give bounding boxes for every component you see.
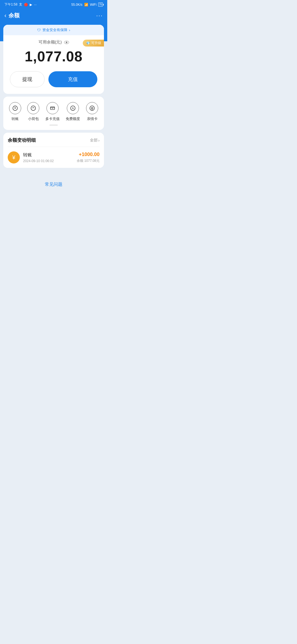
tx-time: 2024-09-10 01:06:02 [23,159,73,163]
more-menu-button[interactable]: ··· [96,12,103,19]
view-all-label: 全部 [90,138,98,143]
withdraw-button[interactable]: 提现 [10,71,45,87]
topup-button[interactable]: 充值 [48,71,97,87]
transaction-section: 余额变动明细 全部 › ¥ 转账 2024-09-10 01:06:02 +10… [3,133,104,168]
app-icon2: ▶ [30,3,32,7]
action-free[interactable]: 免 免费额度 [66,102,80,121]
view-all-arrow: › [98,138,100,143]
family-label: 亲情卡 [87,116,98,121]
tx-icon: ¥ [8,151,20,163]
quick-actions-panel: ¥ 转账 小荷包 ¥ [3,97,104,130]
security-arrow: › [69,28,70,32]
transfer-icon: ¥ [9,102,21,114]
battery-indicator: 76 [98,2,103,7]
upgrade-badge[interactable]: 💎 可升级 [83,40,104,47]
network-speed: 55.0K/s [71,3,82,7]
svg-text:¥: ¥ [52,107,53,109]
alipay-icon: 支 [19,2,22,7]
wallet-icon [27,102,39,114]
wallet-label: 小荷包 [28,116,39,121]
free-icon: 免 [67,102,79,114]
security-banner[interactable]: 🛡 资金安全有保障 › [3,25,104,35]
faq-link[interactable]: 常见问题 [45,182,62,187]
action-wallet[interactable]: 小荷包 [27,102,39,121]
back-arrow-icon: ‹ [4,12,6,19]
upgrade-label: 可升级 [91,41,101,45]
quick-actions-row: ¥ 转账 小荷包 ¥ [6,102,101,121]
svg-point-2 [31,106,36,111]
page-title: 余额 [9,12,20,19]
svg-text:免: 免 [72,107,74,110]
view-all-button[interactable]: 全部 › [90,138,100,143]
status-time: 下午1:58 [4,2,17,7]
wifi-icon: WiFi [90,3,97,7]
footer: 常见问题 [0,171,107,196]
multicard-icon: ¥ [46,102,59,114]
diamond-icon: 💎 [86,41,90,45]
shield-icon: 🛡 [37,28,41,32]
security-text: 资金安全有保障 [42,28,67,32]
family-icon [86,102,98,114]
status-bar: 下午1:58 支 🔴 ▶ ··· 55.0K/s 📶 WiFi 76 [0,0,107,9]
free-label: 免费额度 [66,116,80,121]
transaction-item[interactable]: ¥ 转账 2024-09-10 01:06:02 +1000.00 余额 107… [3,147,104,168]
main-content: 🛡 资金安全有保障 › 💎 可升级 可用余额(元) 1,077.08 提现 充值 [0,25,107,168]
section-title: 余额变动明细 [8,137,36,143]
action-buttons: 提现 充值 [9,71,98,87]
balance-body: 💎 可升级 可用余额(元) 1,077.08 提现 充值 [3,35,104,94]
eye-icon[interactable] [64,41,69,44]
header: ‹ 余额 ··· [0,9,107,25]
signal-icon: 📶 [84,3,88,7]
app-icon1: 🔴 [24,3,28,7]
tx-name: 转账 [23,152,73,158]
balance-card: 🛡 资金安全有保障 › 💎 可升级 可用余额(元) 1,077.08 提现 充值 [3,25,104,94]
tx-balance: 余额 1077.08元 [77,159,100,163]
balance-amount: 1,077.08 [9,48,98,65]
transfer-label: 转账 [12,116,19,121]
multicard-label: 多卡充值 [45,116,60,121]
scroll-dot [50,125,58,125]
svg-text:¥: ¥ [14,107,16,110]
more-dots: ··· [34,3,37,7]
section-header: 余额变动明细 全部 › [3,133,104,147]
tx-amount: +1000.00 [77,152,100,157]
status-left: 下午1:58 支 🔴 ▶ ··· [4,2,37,7]
back-button[interactable]: ‹ 余额 [4,12,20,19]
action-multicard[interactable]: ¥ 多卡充值 [45,102,60,121]
tx-info: 转账 2024-09-10 01:06:02 [23,152,73,163]
action-family[interactable]: 亲情卡 [86,102,98,121]
action-transfer[interactable]: ¥ 转账 [9,102,21,121]
status-right: 55.0K/s 📶 WiFi 76 [71,2,103,7]
tx-amount-area: +1000.00 余额 1077.08元 [77,152,100,163]
balance-label-text: 可用余额(元) [38,40,62,45]
scroll-indicator [6,125,101,125]
